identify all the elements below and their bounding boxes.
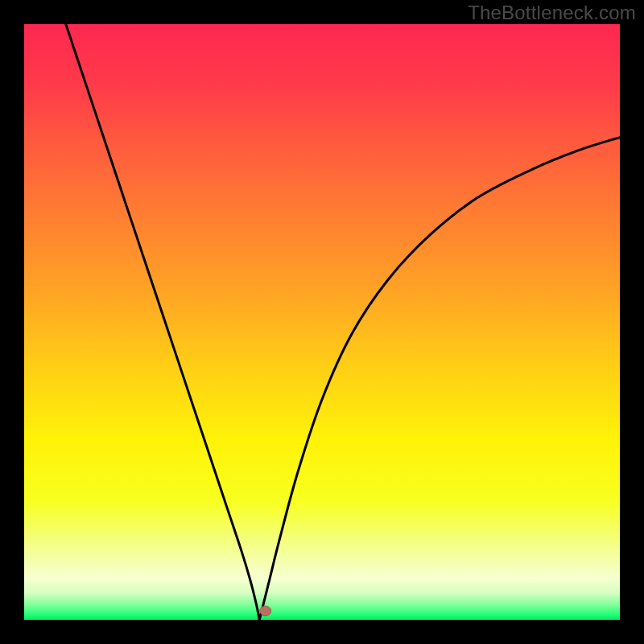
curve-right-branch: [259, 138, 620, 620]
watermark-text: TheBottleneck.com: [468, 2, 636, 24]
plot-area: [24, 24, 620, 620]
bottleneck-curve: [24, 24, 620, 620]
chart-frame: TheBottleneck.com: [0, 0, 644, 644]
curve-left-branch: [66, 24, 259, 620]
minimum-marker: [260, 606, 271, 616]
